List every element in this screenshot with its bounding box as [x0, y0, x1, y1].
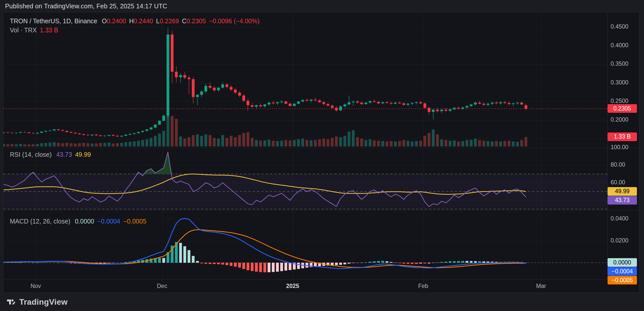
- price-tick-label: 0.2000: [607, 116, 641, 123]
- time-axis-label-dec: Dec: [157, 283, 167, 290]
- macd-lines: [4, 218, 526, 269]
- chart-widget[interactable]: TRON / TetherUS, 1D, Binance O 0.2400 H …: [3, 12, 639, 293]
- rsi-value-badge: 49.99: [608, 187, 637, 196]
- time-axis-label-feb: Feb: [418, 283, 428, 290]
- macd-tick-label: 0.0400: [607, 215, 641, 222]
- price-tick-label: 0.4500: [607, 23, 641, 30]
- rsi-tick-label: 60.00: [607, 179, 641, 186]
- candles: [3, 28, 527, 137]
- time-axis-label-2025: 2025: [286, 283, 299, 290]
- published-chart-page: Published on TradingView.com, Feb 25, 20…: [0, 0, 644, 311]
- rsi-value-badge: 43.73: [608, 196, 637, 205]
- macd-value-badge: −0.0004: [608, 267, 637, 276]
- macd-value-badge: −0.0005: [608, 276, 637, 284]
- tradingview-brand[interactable]: TradingView: [6, 297, 68, 307]
- time-scale[interactable]: NovDec2025FebMar: [3, 279, 607, 293]
- page-footer: TradingView: [0, 293, 644, 311]
- volume-bars: [3, 113, 527, 146]
- price-tick-label: 0.2500: [607, 98, 641, 104]
- price-tick-label: 0.3500: [607, 60, 641, 67]
- tradingview-logo-icon: [6, 297, 16, 307]
- tradingview-brand-text: TradingView: [19, 297, 68, 307]
- chart-canvas[interactable]: [3, 12, 640, 293]
- current-price-badge: 0.2305: [608, 104, 637, 113]
- macd-signal-line: [4, 230, 526, 268]
- published-note: Published on TradingView.com, Feb 25, 20…: [5, 3, 167, 10]
- rsi-overbought-fill: [4, 152, 526, 174]
- time-axis-label-nov: Nov: [31, 283, 41, 290]
- macd-tick-label: 0.0200: [607, 237, 641, 244]
- price-tick-label: 0.4000: [607, 42, 641, 49]
- rsi-pane: [3, 165, 607, 209]
- price-tick-label: 0.3000: [607, 79, 641, 86]
- macd-value-badge: 0.0000: [608, 258, 637, 267]
- rsi-tick-label: 80.00: [607, 161, 641, 168]
- price-scale[interactable]: 0.45000.40000.35000.30000.25000.2000100.…: [607, 0, 641, 293]
- page-header: Published on TradingView.com, Feb 25, 20…: [0, 0, 644, 12]
- macd-line: [4, 218, 526, 269]
- rsi-tick-label: 100.00: [607, 144, 641, 151]
- time-axis-label-mar: Mar: [536, 283, 546, 290]
- current-volume-badge: 1.33 B: [608, 132, 637, 141]
